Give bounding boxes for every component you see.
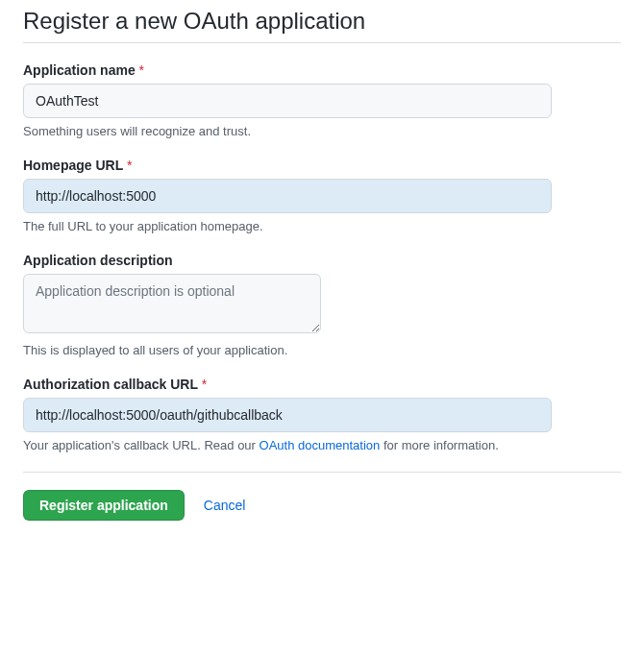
- description-group: Application description This is displaye…: [23, 253, 621, 357]
- callback-url-label-text: Authorization callback URL: [23, 377, 198, 392]
- required-indicator: *: [139, 62, 144, 78]
- app-name-label-text: Application name: [23, 62, 136, 78]
- homepage-url-input[interactable]: [23, 179, 552, 213]
- homepage-url-group: Homepage URL * The full URL to your appl…: [23, 158, 621, 233]
- divider: [23, 472, 621, 473]
- callback-url-input[interactable]: [23, 398, 552, 432]
- description-help: This is displayed to all users of your a…: [23, 343, 621, 357]
- register-button[interactable]: Register application: [23, 490, 185, 521]
- callback-url-group: Authorization callback URL * Your applic…: [23, 377, 621, 452]
- description-label-text: Application description: [23, 253, 173, 268]
- callback-help-prefix: Your application's callback URL. Read ou…: [23, 438, 260, 452]
- callback-url-label: Authorization callback URL *: [23, 377, 621, 392]
- homepage-url-help: The full URL to your application homepag…: [23, 219, 621, 233]
- app-name-label: Application name *: [23, 62, 621, 78]
- page-title: Register a new OAuth application: [23, 8, 621, 43]
- callback-help-suffix: for more information.: [380, 438, 499, 452]
- form-actions: Register application Cancel: [23, 490, 621, 521]
- description-label: Application description: [23, 253, 621, 268]
- callback-url-help: Your application's callback URL. Read ou…: [23, 438, 621, 452]
- oauth-docs-link[interactable]: OAuth documentation: [260, 438, 381, 452]
- description-textarea[interactable]: [23, 274, 321, 333]
- app-name-group: Application name * Something users will …: [23, 62, 621, 138]
- app-name-input[interactable]: [23, 84, 552, 118]
- homepage-url-label: Homepage URL *: [23, 158, 621, 173]
- cancel-link[interactable]: Cancel: [204, 498, 246, 513]
- required-indicator: *: [202, 377, 207, 392]
- required-indicator: *: [127, 158, 132, 173]
- app-name-help: Something users will recognize and trust…: [23, 124, 621, 138]
- homepage-url-label-text: Homepage URL: [23, 158, 123, 173]
